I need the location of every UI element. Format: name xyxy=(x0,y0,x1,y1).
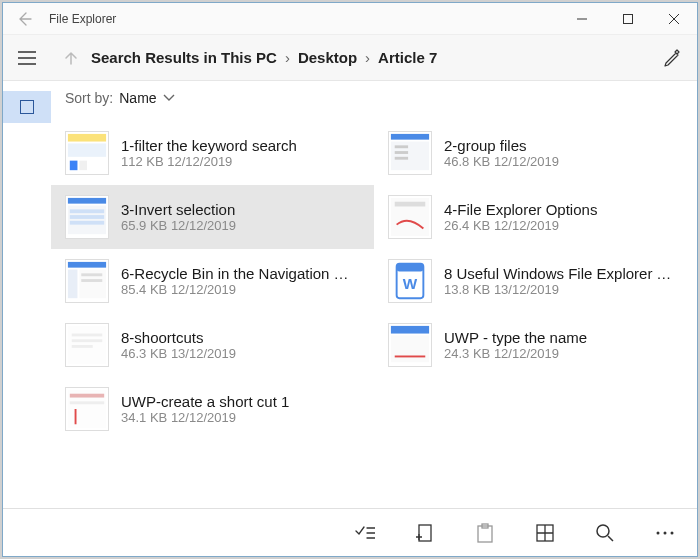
back-button[interactable] xyxy=(3,3,45,35)
file-name: 2-group files xyxy=(444,137,559,154)
checklist-icon xyxy=(355,525,375,541)
chevron-right-icon: › xyxy=(285,49,290,66)
titlebar: File Explorer xyxy=(3,3,697,35)
maximize-button[interactable] xyxy=(605,3,651,35)
file-details: 24.3 KB 12/12/2019 xyxy=(444,346,587,361)
clipboard-icon xyxy=(477,523,493,543)
file-name: 8 Useful Windows File Explorer Tips xyxy=(444,265,674,282)
file-thumbnail xyxy=(65,323,109,367)
file-meta: 3-Invert selection65.9 KB 12/12/2019 xyxy=(121,201,236,233)
file-item[interactable]: 6-Recycle Bin in the Navigation Pane85.4… xyxy=(51,249,374,313)
new-item-button[interactable] xyxy=(401,509,449,557)
svg-rect-35 xyxy=(72,345,93,348)
file-thumbnail xyxy=(388,323,432,367)
breadcrumb-item[interactable]: Desktop xyxy=(298,49,357,66)
svg-rect-38 xyxy=(391,335,429,362)
file-item[interactable]: 3-Invert selection65.9 KB 12/12/2019 xyxy=(51,185,374,249)
breadcrumb-item[interactable]: Article 7 xyxy=(378,49,437,66)
search-button[interactable] xyxy=(581,509,629,557)
svg-text:W: W xyxy=(403,275,418,292)
file-item[interactable]: UWP-create a short cut 134.1 KB 12/12/20… xyxy=(51,377,374,441)
svg-rect-43 xyxy=(419,525,431,541)
file-meta: 4-File Explorer Options26.4 KB 12/12/201… xyxy=(444,201,597,233)
file-details: 34.1 KB 12/12/2019 xyxy=(121,410,289,425)
file-name: UWP-create a short cut 1 xyxy=(121,393,289,410)
svg-rect-27 xyxy=(81,279,102,282)
file-meta: 1-filter the keyword search112 KB 12/12/… xyxy=(121,137,297,169)
paste-button[interactable] xyxy=(461,509,509,557)
svg-point-48 xyxy=(657,531,660,534)
hamburger-icon xyxy=(18,51,36,65)
close-button[interactable] xyxy=(651,3,697,35)
file-item[interactable]: 2-group files46.8 KB 12/12/2019 xyxy=(374,121,697,185)
up-button[interactable] xyxy=(51,35,91,81)
file-item[interactable]: 1-filter the keyword search112 KB 12/12/… xyxy=(51,121,374,185)
svg-rect-41 xyxy=(70,394,104,398)
edit-path-button[interactable] xyxy=(649,35,697,81)
bottom-bar xyxy=(3,508,697,556)
svg-rect-16 xyxy=(70,209,104,213)
file-name: 4-File Explorer Options xyxy=(444,201,597,218)
file-name: 3-Invert selection xyxy=(121,201,236,218)
grid-icon xyxy=(536,524,554,542)
sort-row[interactable]: Sort by: Name xyxy=(51,81,697,115)
svg-rect-37 xyxy=(391,326,429,334)
svg-rect-5 xyxy=(70,161,78,171)
svg-rect-33 xyxy=(72,334,103,337)
file-details: 46.8 KB 12/12/2019 xyxy=(444,154,559,169)
file-grid: 1-filter the keyword search112 KB 12/12/… xyxy=(51,115,697,508)
select-mode-button[interactable] xyxy=(3,91,51,123)
file-details: 85.4 KB 12/12/2019 xyxy=(121,282,351,297)
file-thumbnail xyxy=(65,387,109,431)
file-details: 46.3 KB 13/12/2019 xyxy=(121,346,236,361)
svg-rect-14 xyxy=(68,198,106,204)
file-thumbnail xyxy=(65,195,109,239)
sort-label: Sort by: xyxy=(65,90,113,106)
layout-button[interactable] xyxy=(521,509,569,557)
file-thumbnail: W xyxy=(388,259,432,303)
file-item[interactable]: 8-shoortcuts46.3 KB 13/12/2019 xyxy=(51,313,374,377)
window: File Explorer Search Results in This PC … xyxy=(2,2,698,557)
file-thumbnail xyxy=(388,195,432,239)
file-meta: 6-Recycle Bin in the Navigation Pane85.4… xyxy=(121,265,351,297)
window-controls xyxy=(559,3,697,35)
file-details: 26.4 KB 12/12/2019 xyxy=(444,218,597,233)
svg-rect-10 xyxy=(395,145,408,148)
svg-rect-24 xyxy=(68,270,78,299)
svg-rect-11 xyxy=(395,151,408,154)
svg-rect-23 xyxy=(68,262,106,268)
breadcrumb-item[interactable]: Search Results in This PC xyxy=(91,49,277,66)
window-title: File Explorer xyxy=(45,12,559,26)
minimize-button[interactable] xyxy=(559,3,605,35)
content-area: Sort by: Name 1-filter the keyword searc… xyxy=(51,81,697,508)
ellipsis-icon xyxy=(656,530,674,536)
file-meta: 2-group files46.8 KB 12/12/2019 xyxy=(444,137,559,169)
checkbox-icon xyxy=(20,100,34,114)
select-all-button[interactable] xyxy=(341,509,389,557)
file-item[interactable]: 4-File Explorer Options26.4 KB 12/12/201… xyxy=(374,185,697,249)
back-arrow-icon xyxy=(16,11,32,27)
svg-rect-34 xyxy=(72,339,103,342)
svg-rect-17 xyxy=(70,215,104,219)
file-item[interactable]: W8 Useful Windows File Explorer Tips13.8… xyxy=(374,249,697,313)
svg-rect-29 xyxy=(397,264,424,272)
svg-point-47 xyxy=(597,525,609,537)
file-details: 112 KB 12/12/2019 xyxy=(121,154,297,169)
file-meta: 8 Useful Windows File Explorer Tips13.8 … xyxy=(444,265,674,297)
file-name: 1-filter the keyword search xyxy=(121,137,297,154)
svg-point-49 xyxy=(664,531,667,534)
file-details: 13.8 KB 13/12/2019 xyxy=(444,282,674,297)
svg-rect-8 xyxy=(391,134,429,140)
more-button[interactable] xyxy=(641,509,689,557)
file-item[interactable]: UWP - type the name24.3 KB 12/12/2019 xyxy=(374,313,697,377)
file-name: 8-shoortcuts xyxy=(121,329,236,346)
body: Sort by: Name 1-filter the keyword searc… xyxy=(3,81,697,508)
file-thumbnail xyxy=(65,131,109,175)
chevron-down-icon xyxy=(163,94,175,102)
svg-rect-42 xyxy=(70,401,104,404)
svg-rect-26 xyxy=(81,273,102,276)
file-meta: UWP-create a short cut 134.1 KB 12/12/20… xyxy=(121,393,289,425)
file-meta: UWP - type the name24.3 KB 12/12/2019 xyxy=(444,329,587,361)
menu-button[interactable] xyxy=(3,35,51,81)
up-arrow-icon xyxy=(64,51,78,65)
